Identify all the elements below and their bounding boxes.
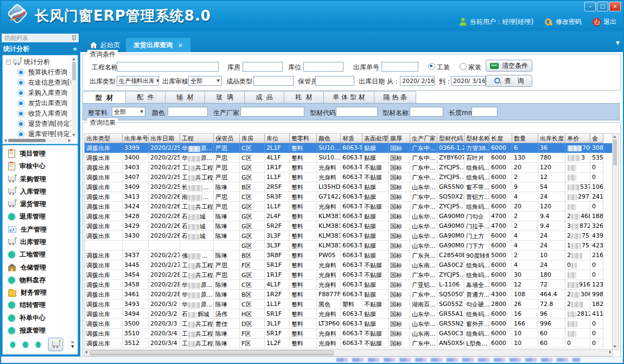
- whole-piece-select[interactable]: 全部 ▼: [112, 107, 145, 117]
- column-header[interactable]: 出库日期: [149, 134, 180, 143]
- minimize-button[interactable]: –: [584, 2, 596, 11]
- column-header[interactable]: 数量: [512, 134, 538, 143]
- manufacturer-input[interactable]: [240, 107, 304, 117]
- module-item[interactable]: 物料盘存: [8, 276, 78, 285]
- module-item[interactable]: 财务管理: [8, 288, 78, 297]
- table-row[interactable]: 调拨出库34242020/2/26工共工程严思G区1L1F整料光身料6063-T…: [85, 202, 613, 212]
- table-row[interactable]: 调拨出库34932020/3/2华原...陈琳C区1L1F整料黑色塑料不贴膜国标…: [85, 299, 613, 309]
- module-item[interactable]: 退货管理: [8, 200, 78, 209]
- product-type-input[interactable]: [253, 76, 294, 86]
- tree-item[interactable]: 采购入库查询: [4, 88, 71, 98]
- material-tab[interactable]: 耗 材: [284, 91, 324, 104]
- collapse-icon[interactable]: «: [73, 45, 77, 53]
- pin-icon[interactable]: [71, 35, 76, 41]
- scroll-up-icon[interactable]: [613, 136, 616, 138]
- scroll-up-icon[interactable]: [72, 58, 75, 60]
- module-item[interactable]: 退库管理: [8, 212, 78, 221]
- audit-select[interactable]: 全部 ▼: [188, 76, 222, 86]
- table-row[interactable]: 调拨出库34092020/2/25长...陈琳B区2R5F整料LI35HD606…: [85, 182, 613, 192]
- tree-item[interactable]: 退库管理[待定]: [4, 129, 71, 138]
- table-row[interactable]: 调拨出库34002020/2/25华原...严思C区4L1F整料SU10...6…: [85, 153, 613, 163]
- material-tab[interactable]: 配 件: [126, 91, 165, 104]
- column-header[interactable]: 单价: [565, 134, 590, 143]
- tree-horizontal-scrollbar[interactable]: [4, 138, 71, 143]
- search-button[interactable]: 查 询: [486, 75, 532, 87]
- date-to-select[interactable]: 2020/ 3/16 ▼: [451, 76, 486, 86]
- module-item[interactable]: 审核中心: [8, 162, 78, 171]
- material-tab[interactable]: 成 品: [245, 91, 284, 104]
- profile-code-input[interactable]: [336, 107, 378, 117]
- module-item[interactable]: 生产管理: [8, 225, 78, 234]
- expander-icon[interactable]: [6, 60, 11, 65]
- length-input[interactable]: [472, 107, 498, 117]
- more-modules-button[interactable]: » ▼: [71, 340, 74, 349]
- table-row[interactable]: 调拨出库34372020/2/27佛...陈琳B区3R8F整料PW056063-…: [85, 251, 613, 260]
- module-dot-icon[interactable]: [23, 342, 28, 348]
- location-input[interactable]: [303, 62, 343, 72]
- table-vertical-scrollbar[interactable]: [612, 133, 619, 350]
- scroll-down-icon[interactable]: [613, 346, 616, 348]
- column-header[interactable]: 长度: [489, 134, 512, 143]
- table-row[interactable]: 调拨出库34612020/2/28华原...陈琳B区1R2F整料F8877FT6…: [85, 290, 613, 299]
- cart-module-button[interactable]: [48, 338, 63, 351]
- out-type-select[interactable]: 生产领料出库 ▼: [117, 76, 159, 86]
- tab-overflow-icon[interactable]: ▼: [616, 40, 620, 46]
- material-tab[interactable]: 隔 热 条: [374, 91, 416, 104]
- clear-conditions-button[interactable]: 清空条件: [486, 60, 532, 72]
- column-header[interactable]: 型材代码: [437, 134, 464, 143]
- order-no-input[interactable]: [381, 62, 418, 72]
- tree-item[interactable]: 发货出库查询: [4, 98, 71, 108]
- table-row[interactable]: 调拨出库34582020/2/28华原...陈琳C区4L1F整料光身料6063-…: [85, 280, 613, 290]
- table-row[interactable]: 调拨出库35102020/3/4工共工程陈琳F区5R1F整料光身料6063-T5…: [85, 329, 613, 339]
- tree-item[interactable]: 预算执行查询: [4, 67, 71, 78]
- module-dot-icon[interactable]: [10, 342, 15, 348]
- module-item[interactable]: 报废管理: [8, 326, 78, 335]
- tree-root[interactable]: 统计分析: [4, 56, 71, 67]
- tree-vertical-scrollbar[interactable]: [72, 56, 77, 138]
- scroll-left-icon[interactable]: [4, 139, 7, 142]
- module-dot-icon[interactable]: [36, 342, 41, 348]
- column-header[interactable]: 库位: [265, 134, 290, 143]
- column-header[interactable]: 保管员: [214, 134, 240, 143]
- module-item[interactable]: 入库管理: [8, 187, 78, 196]
- column-header[interactable]: 材质: [341, 134, 362, 143]
- warehouse-input[interactable]: [243, 62, 283, 72]
- scroll-right-icon[interactable]: [609, 350, 612, 354]
- profile-name-input[interactable]: [410, 107, 443, 117]
- module-item[interactable]: 出库管理: [8, 238, 78, 247]
- project-name-input[interactable]: [117, 62, 219, 72]
- radio-work-install[interactable]: [428, 63, 435, 70]
- material-tab[interactable]: 单 体 型 材: [324, 91, 374, 104]
- color-input[interactable]: [168, 107, 208, 117]
- tab-close-icon[interactable]: ×: [178, 42, 183, 49]
- material-tab[interactable]: 辅 材: [165, 91, 205, 104]
- date-from-select[interactable]: 2020/ 2/16 ▼: [400, 76, 435, 86]
- table-row[interactable]: G区3L3F整料KLM38176063-T5贴膜国标山东华...GA90M09.…: [85, 241, 613, 251]
- table-row[interactable]: 调拨出库34542020/2/28工共工程严思G区1R1F整料光身料6063-T…: [85, 270, 613, 280]
- table-row[interactable]: 调拨出库34302020/2/26石城陈琳G区3L3F整料KLM38176063…: [85, 231, 613, 241]
- module-item[interactable]: 采购管理: [8, 175, 78, 184]
- table-row[interactable]: 调拨出库35122020/3/4工共工程陈琳F区1L2F整料光身料6063-T5…: [85, 339, 613, 348]
- section-header[interactable]: 统计分析 «: [3, 43, 77, 54]
- scroll-left-icon[interactable]: [85, 350, 87, 354]
- scroll-down-icon[interactable]: [72, 134, 75, 136]
- module-item[interactable]: 仓储管理: [8, 263, 78, 272]
- module-item[interactable]: 结转管理: [8, 301, 78, 310]
- column-header[interactable]: 出库类型: [85, 134, 123, 143]
- table-row[interactable]: 调拨出库34072020/2/25工共工程严思G区1L1F整料光身料6063-T…: [85, 173, 613, 182]
- column-header[interactable]: 整零料: [290, 134, 317, 143]
- table-row[interactable]: 调拨出库34452020/2/27工共工程严思F区5R1F整料光身料6063-T…: [85, 260, 613, 270]
- table-row[interactable]: 调拨出库34282020/2/26石城陈琳G区2L4F整料KLM38176063…: [85, 212, 613, 221]
- close-button[interactable]: ×: [609, 2, 621, 11]
- column-header[interactable]: 出库单号: [123, 134, 149, 143]
- scroll-right-icon[interactable]: [68, 139, 71, 142]
- change-password-button[interactable]: 修改密码: [544, 17, 582, 27]
- table-row[interactable]: 调拨出库34132020/2/26南...严思C区5R3F整料G71422606…: [85, 192, 613, 202]
- radio-home-install[interactable]: [460, 63, 467, 70]
- tab-shipment-query[interactable]: 发货出库查询 ×: [126, 38, 190, 52]
- maximize-button[interactable]: □: [597, 2, 608, 11]
- module-item[interactable]: 补单中心: [8, 314, 78, 323]
- tree-item[interactable]: 退货查询[待定]: [4, 119, 71, 129]
- module-item[interactable]: 工地管理: [8, 250, 78, 259]
- column-header[interactable]: 出库长度: [538, 134, 565, 143]
